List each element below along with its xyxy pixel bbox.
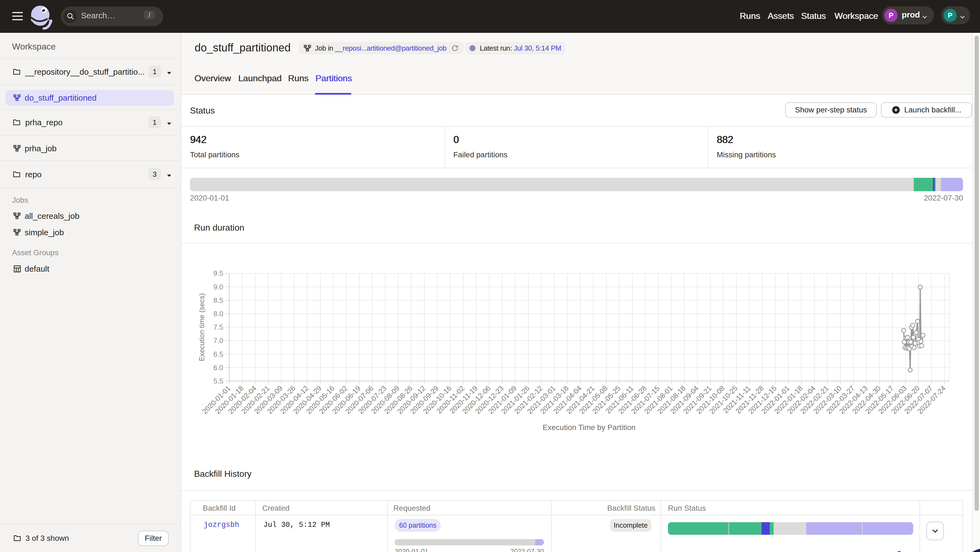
svg-text:6.5: 6.5 [213, 350, 223, 358]
svg-text:9.0: 9.0 [213, 283, 223, 291]
svg-text:8.0: 8.0 [213, 310, 223, 318]
svg-text:7.5: 7.5 [213, 323, 223, 331]
svg-text:6.0: 6.0 [213, 363, 223, 372]
svg-text:Execution time (secs): Execution time (secs) [198, 293, 206, 361]
svg-text:Execution Time by Partition: Execution Time by Partition [542, 423, 635, 431]
svg-text:5.5: 5.5 [213, 377, 223, 385]
svg-text:9.5: 9.5 [213, 269, 223, 278]
svg-text:7.0: 7.0 [213, 336, 223, 345]
svg-text:8.5: 8.5 [213, 296, 223, 305]
